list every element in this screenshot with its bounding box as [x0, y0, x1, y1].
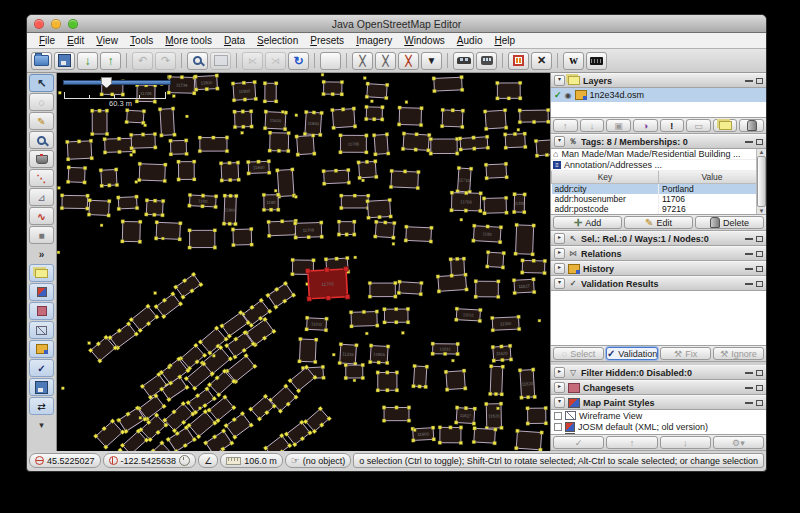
- zoom-to-selection-button[interactable]: [187, 52, 208, 70]
- panel-header-tags[interactable]: ▾％Tags: 8 / Memberships: 0: [551, 134, 766, 149]
- open-file-button[interactable]: [31, 52, 52, 70]
- tag-key[interactable]: addr:housenumber: [552, 194, 659, 204]
- preset-row-building[interactable]: ⌂ Man Made/Man Made/Residential Building…: [551, 149, 766, 160]
- duplicate-layer-button[interactable]: [713, 119, 738, 132]
- collapse-panel-icon[interactable]: ▸: [554, 248, 565, 259]
- menu-help[interactable]: Help: [488, 35, 521, 46]
- selected-building[interactable]: 11706: [305, 267, 350, 302]
- download-data-button[interactable]: ↓: [77, 52, 98, 70]
- menu-file[interactable]: File: [33, 35, 61, 46]
- public-transport-button[interactable]: [476, 52, 497, 70]
- sticky-pin-icon[interactable]: [745, 368, 753, 374]
- menu-imagery[interactable]: Imagery: [350, 35, 398, 46]
- tag-value[interactable]: 97216: [659, 204, 766, 214]
- zoom-slider[interactable]: [63, 78, 169, 85]
- close-panel-icon[interactable]: [756, 78, 763, 84]
- preset-row-addresses[interactable]: ≡ Annotation/Addresses ...: [551, 160, 766, 171]
- tags-table[interactable]: Key Value addr:cityPortlandaddr:housenum…: [551, 171, 766, 214]
- longitude-field[interactable]: -122.5425638: [103, 453, 197, 468]
- style-checkbox[interactable]: [554, 423, 562, 431]
- scroll-up-icon[interactable]: ▲: [759, 149, 765, 155]
- scrollbar-thumb[interactable]: [757, 156, 766, 207]
- delete-tag-button[interactable]: Delete: [695, 216, 764, 229]
- menu-presets[interactable]: Presets: [304, 35, 350, 46]
- tag-key[interactable]: addr:postcode: [552, 204, 659, 214]
- toggle-selection-dialog-button[interactable]: [29, 302, 54, 320]
- layer-row[interactable]: ✓ ◉ 1n2e34d.osm: [551, 88, 766, 102]
- sticky-pin-icon[interactable]: [745, 234, 753, 240]
- collapse-panel-icon[interactable]: ▾: [554, 397, 565, 408]
- toggle-history-dialog-button[interactable]: [29, 340, 54, 358]
- tool-pick-2-button[interactable]: ╳: [375, 52, 396, 70]
- layers-list[interactable]: ✓ ◉ 1n2e34d.osm: [551, 88, 766, 118]
- layer-warning-button[interactable]: !: [660, 119, 685, 132]
- extrude-tool-button[interactable]: ■: [29, 226, 54, 244]
- sticky-pin-icon[interactable]: [745, 76, 753, 82]
- plugin-hand-button[interactable]: ▼: [421, 52, 442, 70]
- toggle-changesets-dialog-button[interactable]: [29, 378, 54, 396]
- collapse-panel-icon[interactable]: ▾: [554, 278, 565, 289]
- tag-value[interactable]: Portland: [659, 184, 766, 195]
- panel-header-filter[interactable]: ▸▽Filter Hidden:0 Disabled:0: [551, 365, 766, 380]
- delete-layer-button[interactable]: [739, 119, 764, 132]
- more-tools-button[interactable]: »: [29, 245, 54, 263]
- tag-key[interactable]: addr:city: [552, 184, 659, 195]
- toggle-validation-dialog-button[interactable]: ✓: [29, 359, 54, 377]
- close-panel-icon[interactable]: [756, 400, 763, 406]
- validation-results-list[interactable]: [551, 291, 766, 346]
- sticky-pin-icon[interactable]: [745, 383, 753, 389]
- menu-more-tools[interactable]: More tools: [159, 35, 218, 46]
- close-panel-icon[interactable]: [756, 370, 763, 376]
- validation-button[interactable]: ✓Validation: [606, 347, 658, 360]
- panel-header-mappaint[interactable]: ▾Map Paint Styles: [551, 395, 766, 410]
- collapse-panel-icon[interactable]: ▸: [554, 367, 565, 378]
- menu-windows[interactable]: Windows: [398, 35, 451, 46]
- lasso-tool-button[interactable]: ◌: [29, 93, 54, 111]
- tags-column-key[interactable]: Key: [552, 171, 659, 184]
- heading-field[interactable]: ∠: [198, 453, 218, 468]
- layer-visibility-button[interactable]: ◑: [633, 119, 658, 132]
- panel-header-selection[interactable]: ▸↖Sel.: Rel.:0 / Ways:1 / Nodes:0: [551, 231, 766, 246]
- collapse-panel-icon[interactable]: ▾: [554, 136, 565, 147]
- tags-scrollbar[interactable]: ▲ ▼: [756, 149, 766, 214]
- tool-pick-3-button[interactable]: ╳: [398, 52, 419, 70]
- toggle-tags-dialog-button[interactable]: [29, 283, 54, 301]
- menu-audio[interactable]: Audio: [451, 35, 489, 46]
- latitude-field[interactable]: 45.5225027: [29, 453, 101, 468]
- angle-tool-button[interactable]: ⊿: [29, 188, 54, 206]
- style-menu-button[interactable]: ⚙▾: [713, 436, 764, 449]
- zoom-tool-button[interactable]: [29, 131, 54, 149]
- collapse-panel-icon[interactable]: ▸: [554, 263, 565, 274]
- close-panel-icon[interactable]: [756, 281, 763, 287]
- draw-node-tool-button[interactable]: ✎: [29, 112, 54, 130]
- upload-data-button[interactable]: ↑: [100, 52, 121, 70]
- zoom-slider-track[interactable]: [63, 80, 171, 85]
- layer-visible-eye-icon[interactable]: ◉: [565, 91, 572, 100]
- save-button[interactable]: [54, 52, 75, 70]
- parallel-way-tool-button[interactable]: ∿: [29, 207, 54, 225]
- tag-value[interactable]: 11706: [659, 194, 766, 204]
- tags-column-value[interactable]: Value: [659, 171, 766, 184]
- edit-tag-button[interactable]: ✎Edit: [624, 216, 693, 229]
- split-way-tool-button[interactable]: ⋱: [29, 169, 54, 187]
- turn-restriction-button[interactable]: [508, 52, 529, 70]
- sticky-pin-icon[interactable]: [745, 249, 753, 255]
- delete-mode-button[interactable]: ✕: [531, 52, 552, 70]
- collapse-panel-icon[interactable]: ▾: [554, 75, 565, 86]
- titlebar[interactable]: Java OpenStreetMap Editor: [27, 15, 766, 33]
- delete-tool-button[interactable]: [29, 150, 54, 168]
- panel-header-history[interactable]: ▸History: [551, 261, 766, 276]
- close-panel-icon[interactable]: [756, 251, 763, 257]
- panel-header-relations[interactable]: ▸⋈Relations: [551, 246, 766, 261]
- toggle-mappaint-dialog-button[interactable]: ⇄: [29, 397, 54, 415]
- toggle-relations-dialog-button[interactable]: [29, 321, 54, 339]
- hovered-object-field[interactable]: ☞ (no object): [285, 453, 352, 468]
- sticky-pin-icon[interactable]: [745, 279, 753, 285]
- close-panel-icon[interactable]: [756, 385, 763, 391]
- menu-tools[interactable]: Tools: [124, 35, 159, 46]
- collapse-panel-icon[interactable]: ▸: [554, 382, 565, 393]
- close-panel-icon[interactable]: [756, 139, 763, 145]
- terracer-button[interactable]: [586, 52, 607, 70]
- tag-row-addr-housenumber[interactable]: addr:housenumber11706: [552, 194, 766, 204]
- distance-field[interactable]: 106.0 m: [220, 453, 283, 468]
